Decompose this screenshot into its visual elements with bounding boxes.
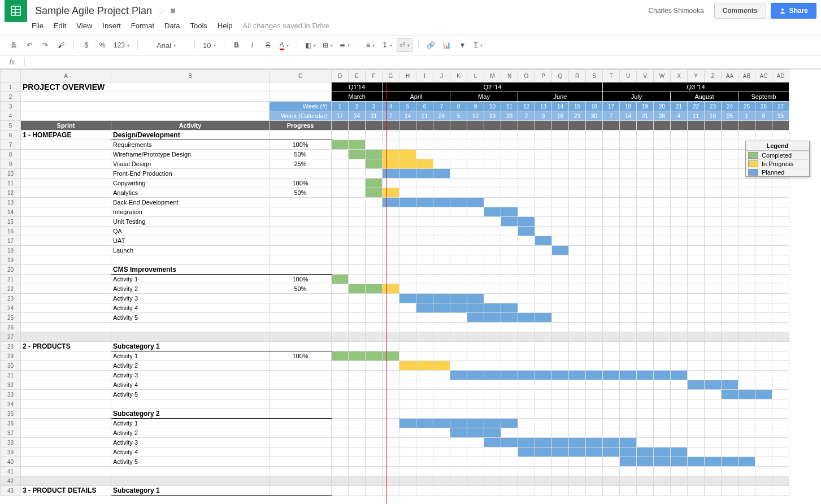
col-header[interactable]: Z [705,70,722,82]
progress-cell[interactable] [270,361,332,371]
progress-cell[interactable] [270,447,332,457]
menu-insert[interactable]: Insert [102,21,121,30]
row-header[interactable]: 30 [1,361,21,371]
row-header[interactable]: 18 [1,246,21,255]
row-header[interactable]: 39 [1,447,21,457]
row-header[interactable]: 24 [1,303,21,313]
menu-help[interactable]: Help [218,21,233,30]
print-icon[interactable]: 🖶 [7,38,20,52]
row-header[interactable]: 28 [1,342,21,351]
section-cell[interactable]: Subcategory 1 [111,342,270,351]
row-header[interactable]: 42 [1,476,21,486]
row-header[interactable]: 43 [1,486,21,496]
activity-cell[interactable]: Front-End Production [111,169,270,179]
col-header[interactable]: K [450,70,467,82]
progress-cell[interactable] [270,313,332,323]
col-header[interactable]: C [270,70,332,82]
text-color-button[interactable]: A [277,38,291,52]
row-header[interactable]: 8 [1,150,21,159]
activity-cell[interactable]: Wireframe/Prototype Design [111,150,270,159]
col-header[interactable]: D [332,70,349,82]
progress-cell[interactable] [270,227,332,236]
col-header[interactable]: E [349,70,366,82]
sprint-cell[interactable]: 2 - PRODUCTS [21,342,111,351]
col-header[interactable]: AA [722,70,739,82]
row-header[interactable]: 19 [1,255,21,265]
row-header[interactable]: 29 [1,351,21,361]
wrap-button[interactable]: ⏎ [397,38,412,52]
progress-cell[interactable]: 50% [270,188,332,198]
formula-input[interactable] [25,58,821,66]
activity-cell[interactable]: Back-End Development [111,198,270,207]
col-header[interactable]: M [484,70,501,82]
activity-cell[interactable]: Activity 5 [111,313,270,323]
col-header[interactable]: T [603,70,620,82]
progress-cell[interactable] [270,303,332,313]
progress-cell[interactable]: 25% [270,159,332,169]
progress-cell[interactable] [270,428,332,438]
row-header[interactable]: 33 [1,390,21,399]
progress-cell[interactable] [270,457,332,467]
col-header[interactable]: G [383,70,399,82]
bold-button[interactable]: B [230,38,244,52]
valign-button[interactable]: ↧ [380,38,394,52]
row-header[interactable]: 37 [1,428,21,438]
activity-cell[interactable]: Activity 3 [111,438,270,447]
sprint-cell[interactable]: 3 - PRODUCT DETAILS [21,486,111,496]
activity-cell[interactable]: Activity 3 [111,294,270,303]
progress-cell[interactable]: 50% [270,284,332,294]
col-header[interactable]: AC [755,70,772,82]
col-header[interactable]: P [535,70,552,82]
activity-cell[interactable]: Requirements [111,140,270,150]
col-header[interactable]: S [586,70,603,82]
strike-button[interactable]: S [262,38,275,52]
row-header[interactable]: 27 [1,332,21,342]
row-header[interactable]: 10 [1,169,21,179]
user-name[interactable]: Charles Shimooka [649,7,704,15]
activity-cell[interactable]: QA [111,227,270,236]
col-header[interactable]: U [620,70,637,82]
col-header[interactable]: J [433,70,450,82]
halign-button[interactable]: ≡ [364,38,377,52]
row-header[interactable]: 6 [1,131,21,140]
progress-cell[interactable] [270,236,332,246]
menu-file[interactable]: File [32,21,44,30]
sprint-cell[interactable]: 1 - HOMEPAGE [21,131,111,140]
progress-cell[interactable]: 100% [270,179,332,188]
activity-cell[interactable]: Activity 1 [111,351,270,361]
activity-cell[interactable]: Launch [111,246,270,255]
activity-cell[interactable]: Activity 4 [111,380,270,390]
col-header[interactable]: W [654,70,671,82]
col-header[interactable]: Y [688,70,705,82]
col-header[interactable]: N [501,70,518,82]
sheets-logo[interactable] [5,0,27,22]
progress-cell[interactable]: 100% [270,275,332,284]
activity-cell[interactable]: Copywriting [111,179,270,188]
menu-edit[interactable]: Edit [54,21,66,30]
row-header[interactable]: 25 [1,313,21,323]
menu-tools[interactable]: Tools [190,21,207,30]
row-header[interactable]: 13 [1,198,21,207]
col-header[interactable]: H [399,70,416,82]
row-header[interactable]: 7 [1,140,21,150]
row-header[interactable]: 14 [1,207,21,217]
spreadsheet-grid[interactable]: ABCDEFGHIJKLMNOPQRSTUVWXYZAAABACAD1PROJE… [0,69,821,504]
row-header[interactable]: 36 [1,419,21,428]
activity-cell[interactable]: Unit Testing [111,217,270,227]
activity-cell[interactable]: Analytics [111,188,270,198]
undo-icon[interactable]: ↶ [23,38,36,52]
progress-cell[interactable] [270,217,332,227]
col-header[interactable]: L [467,70,484,82]
progress-cell[interactable] [270,390,332,399]
progress-cell[interactable] [270,169,332,179]
activity-cell[interactable]: Activity 2 [111,284,270,294]
progress-cell[interactable] [270,371,332,380]
redo-icon[interactable]: ↷ [38,38,52,52]
font-select[interactable]: Arial [144,38,189,52]
row-header[interactable]: 40 [1,457,21,467]
fill-color-button[interactable]: ◧ [303,38,318,52]
activity-cell[interactable]: Activity 2 [111,361,270,371]
section-cell[interactable]: CMS Improvements [111,265,270,275]
row-header[interactable]: 11 [1,179,21,188]
menu-data[interactable]: Data [164,21,180,30]
